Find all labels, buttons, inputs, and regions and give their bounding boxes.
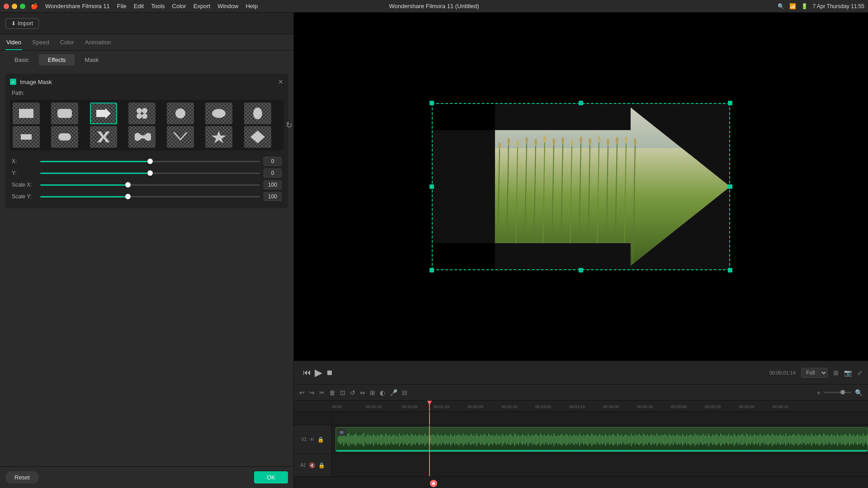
shape-cell-diamond[interactable] [244,126,271,148]
maximize-window-btn[interactable] [20,4,25,9]
delete-btn[interactable]: 🗑 [329,389,335,396]
voiceover-btn[interactable]: 🎤 [390,389,397,396]
svg-point-39 [525,137,528,144]
refresh-btn[interactable]: ↻ [286,121,292,130]
help-menu[interactable]: Help [245,3,258,9]
import-icon: ⬇ [11,20,16,27]
scale-y-slider[interactable] [40,196,260,197]
crop-btn[interactable]: ⊡ [340,389,345,396]
x-slider[interactable] [40,161,260,162]
shape-cell-rect-small[interactable] [13,126,40,148]
apple-menu[interactable]: 🍎 [31,3,38,9]
handle-bottom-right[interactable] [728,268,732,272]
shape-cell-clover[interactable] [128,103,156,124]
video-clip[interactable]: 📹 // Generate waveform bars const height… [335,427,868,452]
rotate-btn[interactable]: ↺ [350,389,355,396]
track-lock-icon[interactable]: 🔒 [317,436,324,443]
import-button[interactable]: ⬇ Import [5,18,39,29]
ruler-mark-1: 00:00:15 [366,404,382,409]
handle-top-mid[interactable] [579,101,583,105]
shape-cell-circle[interactable] [167,103,194,124]
shape-cell-rounded-rect[interactable] [51,103,78,124]
y-slider-row: Y: [10,169,283,178]
handle-right-mid[interactable] [728,184,732,189]
shape-cell-v-shape[interactable] [167,126,194,148]
export-menu[interactable]: Export [193,3,211,9]
svg-rect-1 [57,109,72,118]
shape-cell-wave[interactable] [128,126,156,148]
handle-top-left[interactable] [429,101,434,105]
mask-close-btn[interactable]: ✕ [278,78,283,85]
subtab-basic[interactable]: Basic [5,54,38,66]
track-eye-icon[interactable]: 👁 [309,436,315,443]
subtab-effects[interactable]: Effects [39,54,75,66]
window-menu[interactable]: Window [217,3,238,9]
minimize-window-btn[interactable] [12,4,17,9]
snapshot-btn[interactable]: 📷 [844,369,852,376]
color-menu[interactable]: Color [172,3,186,9]
tab-speed[interactable]: Speed [31,37,50,50]
close-window-btn[interactable] [4,4,9,9]
tab-animation[interactable]: Animation [84,37,112,50]
handle-bottom-mid[interactable] [579,268,583,272]
svg-point-9 [253,108,262,119]
edit-menu[interactable]: Edit [134,3,144,9]
speed-btn[interactable]: ⊞ [370,389,375,396]
x-value[interactable] [264,157,282,166]
y-value[interactable] [264,169,282,178]
y-slider[interactable] [40,173,260,174]
image-mask-checkbox[interactable]: ✓ [10,79,16,85]
subtab-mask[interactable]: Mask [75,54,108,66]
svg-point-45 [580,136,582,144]
menubar-items: 🍎 Wondershare Filmora 11 File Edit Tools… [31,3,258,9]
zoom-out-timeline-btn[interactable]: 🔍 [855,389,863,396]
path-label: Path: [10,90,283,96]
zoom-slider-timeline[interactable] [824,392,851,393]
tab-video[interactable]: Video [5,37,22,50]
shape-cell-x-shape[interactable] [90,126,117,148]
shape-cell-star[interactable] [205,126,232,148]
fullscreen-btn[interactable]: ⤢ [857,369,863,376]
color-btn[interactable]: ◐ [380,389,385,396]
ok-button[interactable]: OK [254,471,288,483]
cut-btn[interactable]: ✂ [319,389,325,396]
undo-btn[interactable]: ↩ [299,389,305,396]
audio-lock-icon[interactable]: 🔒 [318,462,325,469]
svg-point-44 [571,139,573,146]
ruler-mark-9: 00:04:15 [637,404,653,409]
search-icon[interactable]: 🔍 [777,3,784,10]
tools-menu[interactable]: Tools [151,3,165,9]
zoom-select[interactable]: Full 75% 50% 25% [801,368,828,378]
shape-cell-rounded-sm[interactable] [51,126,78,148]
scale-x-value[interactable] [264,180,282,189]
mirror-btn[interactable]: ⇔ [360,389,365,396]
tab-color[interactable]: Color [59,37,75,50]
step-back-btn[interactable]: ⏮ [303,368,311,377]
shape-cell-rectangle[interactable] [13,103,40,124]
shape-cell-ellipse[interactable] [205,103,232,124]
fit-view-btn[interactable]: ⊞ [833,369,839,376]
scale-x-slider[interactable] [40,184,260,186]
ruler-mark-13: 00:06:15 [773,404,788,409]
stop-btn[interactable]: ⏹ [326,369,333,377]
redo-btn[interactable]: ↪ [309,389,315,396]
svg-rect-10 [21,134,32,140]
svg-point-37 [507,138,510,145]
audio-mute-icon[interactable]: 🔇 [309,462,316,469]
shape-cell-oval[interactable] [244,103,271,124]
shape-cell-arrow-right[interactable] [90,103,117,124]
file-menu[interactable]: File [117,3,127,9]
svg-point-5 [137,113,142,119]
scale-y-value[interactable] [264,192,282,201]
zoom-in-timeline-btn[interactable]: + [817,389,821,396]
playhead-bottom-dot[interactable] [430,480,437,487]
play-btn[interactable]: ▶ [315,367,322,379]
split-btn[interactable]: ⊟ [402,389,407,396]
app-name-menu[interactable]: Wondershare Filmora 11 [45,3,110,9]
svg-marker-13 [173,132,188,141]
svg-point-38 [516,140,519,147]
handle-left-mid[interactable] [429,184,434,189]
reset-button[interactable]: Reset [5,471,39,483]
handle-bottom-left[interactable] [429,268,434,272]
handle-top-right[interactable] [728,101,732,105]
